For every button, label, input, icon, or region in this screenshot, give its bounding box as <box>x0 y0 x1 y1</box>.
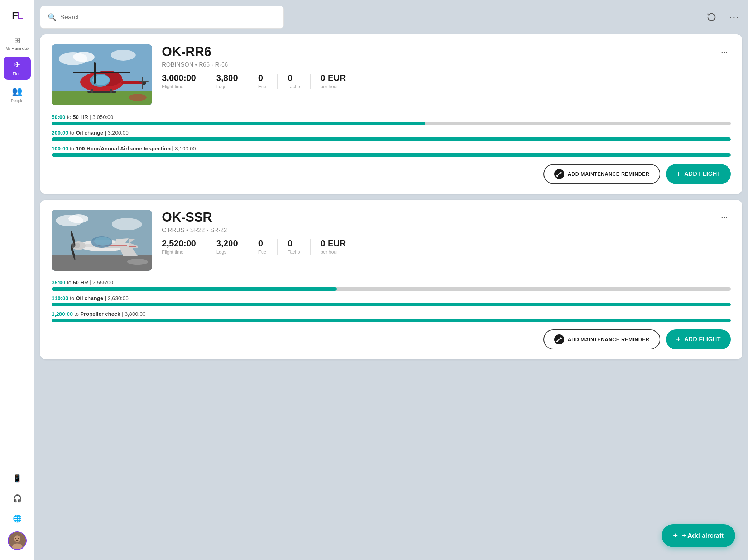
card-title-row-0: OK-RR6 ··· <box>162 44 731 59</box>
svg-rect-16 <box>142 77 143 89</box>
logo-text: FL <box>12 10 23 21</box>
sidebar-item-club[interactable]: ⊞ My Flying club <box>4 33 31 54</box>
bar-track-0-2 <box>52 153 731 157</box>
card-header-1: OK-SSR ··· CIRRUS • SR22 - SR-22 2,520:0… <box>52 210 731 271</box>
stat-ldgs-1: 3,200 Ldgs <box>206 239 248 255</box>
bar-fill-1-2 <box>52 319 731 322</box>
bar-fill-1-0 <box>52 287 337 291</box>
stat-rate-1: 0 EUR per hour <box>311 239 356 255</box>
maint-row-0-2: 100:00 to 100-Hour/Annual Airframe Inspe… <box>52 145 731 157</box>
card-footer-0: ADD MAINTENANCE REMINDER + ADD FLIGHT <box>52 164 731 184</box>
aircraft-card-1: OK-SSR ··· CIRRUS • SR22 - SR-22 2,520:0… <box>40 200 742 359</box>
support-icon[interactable]: 🎧 <box>10 491 24 506</box>
more-options-button[interactable]: ··· <box>727 9 742 25</box>
sidebar-item-fleet[interactable]: ✈ Fleet <box>4 57 31 80</box>
svg-rect-19 <box>94 62 96 84</box>
svg-point-1 <box>14 535 20 542</box>
add-maintenance-button-0[interactable]: ADD MAINTENANCE REMINDER <box>543 164 660 184</box>
add-flight-label-0: ADD FLIGHT <box>684 171 721 177</box>
add-flight-button-1[interactable]: + ADD FLIGHT <box>666 329 731 349</box>
stat-value-fuel-0: 0 <box>258 74 263 82</box>
stat-value-rate-0: 0 EUR <box>321 74 346 82</box>
stat-value-tacho-1: 0 <box>288 239 292 248</box>
bar-track-1-2 <box>52 319 731 322</box>
add-maintenance-button-1[interactable]: ADD MAINTENANCE REMINDER <box>543 329 660 349</box>
stat-label-fuel-1: Fuel <box>258 249 267 255</box>
add-aircraft-plus-icon: + <box>673 531 678 540</box>
bar-track-1-0 <box>52 287 731 291</box>
aircraft-card-0: OK-RR6 ··· ROBINSON • R66 - R-66 3,000:0… <box>40 34 742 194</box>
maintenance-section-0: 50:00 to 50 HR | 3,050:00 200:00 to Oil … <box>52 114 731 157</box>
stat-label-fuel-0: Fuel <box>258 84 267 89</box>
stat-flight-time-0: 3,000:00 Flight time <box>162 74 206 89</box>
stat-value-tacho-0: 0 <box>288 74 292 82</box>
app-logo[interactable]: FL <box>7 6 27 26</box>
bar-fill-0-2 <box>52 153 731 157</box>
svg-point-3 <box>15 538 16 539</box>
wrench-icon-0 <box>554 169 564 179</box>
svg-point-40 <box>94 237 111 246</box>
stat-label-tacho-1: Tacho <box>288 249 300 255</box>
maint-label-1-2: 1,280:00 to Propeller check | 3,800:00 <box>52 311 731 317</box>
maint-row-1-1: 110:00 to Oil change | 2,630:00 <box>52 295 731 306</box>
add-maintenance-label-1: ADD MAINTENANCE REMINDER <box>568 337 649 342</box>
bar-fill-1-1 <box>52 303 731 306</box>
search-input[interactable] <box>60 14 276 21</box>
user-avatar[interactable] <box>8 531 27 550</box>
stat-label-tacho-0: Tacho <box>288 84 300 89</box>
maint-label-0-1: 200:00 to Oil change | 3,200:00 <box>52 130 731 136</box>
svg-point-28 <box>112 218 142 230</box>
svg-rect-18 <box>73 72 130 73</box>
stat-fuel-0: 0 Fuel <box>248 74 278 89</box>
maint-row-1-0: 35:00 to 50 HR | 2,555:00 <box>52 279 731 291</box>
svg-point-44 <box>127 259 148 265</box>
globe-icon[interactable]: 🌐 <box>10 511 24 526</box>
aircraft-image-1 <box>52 210 152 271</box>
bar-track-0-0 <box>52 122 731 125</box>
plus-icon-0: + <box>676 169 681 179</box>
wrench-icon-1 <box>554 334 564 344</box>
add-flight-label-1: ADD FLIGHT <box>684 336 721 343</box>
maint-label-0-2: 100:00 to 100-Hour/Annual Airframe Inspe… <box>52 145 731 151</box>
people-icon: 👥 <box>12 86 23 96</box>
stats-row-0: 3,000:00 Flight time 3,800 Ldgs 0 Fuel 0… <box>162 74 731 89</box>
card-footer-1: ADD MAINTENANCE REMINDER + ADD FLIGHT <box>52 329 731 349</box>
svg-rect-43 <box>129 246 136 247</box>
maintenance-section-1: 35:00 to 50 HR | 2,555:00 110:00 to Oil … <box>52 279 731 322</box>
stat-value-flight-time-1: 2,520:00 <box>162 239 196 248</box>
maint-row-1-2: 1,280:00 to Propeller check | 3,800:00 <box>52 311 731 322</box>
add-aircraft-button[interactable]: + + Add aircraft <box>662 524 735 547</box>
header-bar: 🔍 ··· <box>40 6 742 29</box>
sidebar-fleet-label: Fleet <box>13 72 21 76</box>
stat-value-rate-1: 0 EUR <box>321 239 346 248</box>
add-flight-button-0[interactable]: + ADD FLIGHT <box>666 164 731 184</box>
stat-fuel-1: 0 Fuel <box>248 239 278 255</box>
sidebar-bottom: 📱 🎧 🌐 <box>8 471 27 554</box>
svg-point-27 <box>68 214 88 223</box>
stat-label-flight-time-0: Flight time <box>162 84 183 89</box>
main-content: 🔍 ··· <box>34 0 748 560</box>
plus-icon-1: + <box>676 335 681 344</box>
sidebar-people-label: People <box>11 98 23 103</box>
refresh-button[interactable] <box>704 9 719 25</box>
search-box[interactable]: 🔍 <box>40 6 284 29</box>
aircraft-more-button-1[interactable]: ··· <box>718 211 731 224</box>
search-icon: 🔍 <box>48 13 57 21</box>
aircraft-subtitle-0: ROBINSON • R66 - R-66 <box>162 62 731 68</box>
stat-label-flight-time-1: Flight time <box>162 249 183 255</box>
aircraft-id-0: OK-RR6 <box>162 44 211 59</box>
svg-rect-21 <box>91 89 93 93</box>
bar-fill-0-0 <box>52 122 425 125</box>
stat-flight-time-1: 2,520:00 Flight time <box>162 239 206 255</box>
sidebar-club-label: My Flying club <box>6 47 29 51</box>
mobile-icon[interactable]: 📱 <box>10 471 24 486</box>
stat-label-rate-0: per hour <box>321 84 338 89</box>
aircraft-more-button-0[interactable]: ··· <box>718 45 731 58</box>
stat-value-fuel-1: 0 <box>258 239 263 248</box>
add-aircraft-label: + Add aircraft <box>682 532 724 540</box>
maint-row-0-1: 200:00 to Oil change | 3,200:00 <box>52 130 731 141</box>
stat-label-rate-1: per hour <box>321 249 338 255</box>
sidebar-item-people[interactable]: 👥 People <box>4 83 31 106</box>
stats-row-1: 2,520:00 Flight time 3,200 Ldgs 0 Fuel 0… <box>162 239 731 255</box>
stat-tacho-1: 0 Tacho <box>278 239 311 255</box>
